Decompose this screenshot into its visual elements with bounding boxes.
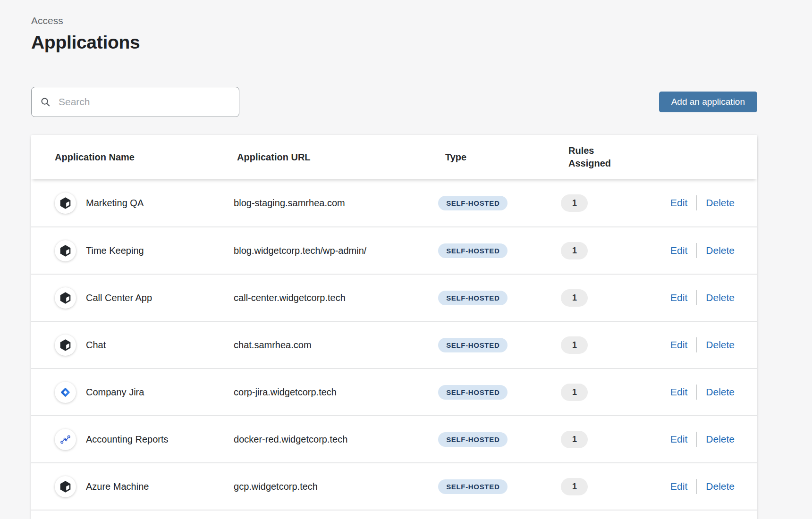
- search-box[interactable]: [31, 87, 239, 117]
- column-header-application-name: Application Name: [31, 152, 237, 163]
- table-row: Accounting Reports docker-red.widgetcorp…: [31, 415, 757, 462]
- cube-icon: [55, 240, 76, 261]
- column-header-type: Type: [445, 152, 568, 163]
- application-url: chat.samrhea.com: [234, 340, 312, 350]
- application-name: Azure Machine: [86, 481, 149, 492]
- column-header-rules-assigned: Rules Assigned: [568, 144, 630, 170]
- application-name: Company Jira: [86, 387, 144, 398]
- type-badge: SELF-HOSTED: [438, 196, 507, 210]
- type-badge: SELF-HOSTED: [438, 291, 507, 305]
- application-url: blog.widgetcorp.tech/wp-admin/: [234, 245, 366, 256]
- application-url: docker-red.widgetcorp.tech: [234, 434, 347, 444]
- type-badge: SELF-HOSTED: [438, 432, 507, 447]
- type-badge: SELF-HOSTED: [438, 479, 507, 494]
- rules-assigned-count: 1: [561, 478, 588, 495]
- type-badge: SELF-HOSTED: [438, 243, 507, 258]
- line-chart-icon: [55, 429, 76, 450]
- cube-icon: [55, 287, 76, 309]
- delete-link[interactable]: Delete: [706, 292, 735, 303]
- rules-assigned-count: 1: [561, 431, 588, 448]
- table-row: Marketing QA blog-staging.samrhea.com SE…: [31, 179, 757, 226]
- table-header-row: Application Name Application URL Type Ru…: [31, 135, 757, 179]
- type-badge: SELF-HOSTED: [438, 385, 507, 400]
- delete-link[interactable]: Delete: [706, 386, 735, 398]
- action-divider: [696, 290, 697, 305]
- action-divider: [696, 385, 697, 400]
- application-name: Accounting Reports: [86, 434, 169, 445]
- application-name: Chat: [86, 340, 106, 351]
- cube-icon: [55, 193, 76, 214]
- delete-link[interactable]: Delete: [706, 197, 735, 209]
- application-name: Call Center App: [86, 293, 152, 303]
- action-divider: [696, 195, 697, 210]
- page-title: Applications: [31, 32, 757, 53]
- edit-link[interactable]: Edit: [670, 339, 687, 351]
- delete-link[interactable]: Delete: [706, 481, 735, 492]
- toolbar: Add an application: [31, 87, 757, 117]
- action-divider: [696, 432, 697, 447]
- table-row: Azure Machine gcp.widgetcorp.tech SELF-H…: [31, 462, 757, 510]
- edit-link[interactable]: Edit: [670, 434, 687, 445]
- edit-link[interactable]: Edit: [670, 197, 687, 209]
- search-icon: [40, 97, 51, 108]
- applications-table: Application Name Application URL Type Ru…: [31, 135, 757, 519]
- breadcrumb[interactable]: Access: [31, 0, 757, 26]
- rules-assigned-count: 1: [561, 336, 588, 354]
- table-row: Company Jira corp-jira.widgetcorp.tech S…: [31, 368, 757, 415]
- rules-assigned-count: 1: [561, 242, 588, 260]
- action-divider: [696, 243, 697, 258]
- edit-link[interactable]: Edit: [670, 481, 687, 492]
- table-row: Chat chat.samrhea.com SELF-HOSTED 1 Edit…: [31, 321, 757, 368]
- partial-next-row: [31, 510, 757, 519]
- rules-assigned-count: 1: [561, 384, 588, 401]
- table-row: Time Keeping blog.widgetcorp.tech/wp-adm…: [31, 226, 757, 274]
- page-container: Access Applications Add an application A…: [31, 0, 757, 519]
- application-url: call-center.widgetcorp.tech: [234, 293, 346, 303]
- cube-icon: [55, 335, 76, 356]
- rules-assigned-count: 1: [561, 194, 588, 212]
- edit-link[interactable]: Edit: [670, 386, 687, 398]
- cube-icon: [55, 476, 76, 497]
- edit-link[interactable]: Edit: [670, 245, 687, 256]
- rules-assigned-count: 1: [561, 289, 588, 307]
- jira-icon: [55, 382, 76, 403]
- delete-link[interactable]: Delete: [706, 245, 735, 256]
- action-divider: [696, 337, 697, 352]
- add-application-button[interactable]: Add an application: [659, 92, 757, 112]
- application-name: Marketing QA: [86, 198, 144, 209]
- delete-link[interactable]: Delete: [706, 339, 735, 351]
- column-header-application-url: Application URL: [237, 152, 445, 163]
- edit-link[interactable]: Edit: [670, 292, 687, 303]
- search-input[interactable]: [59, 96, 230, 108]
- action-divider: [696, 479, 697, 494]
- delete-link[interactable]: Delete: [706, 434, 735, 445]
- application-name: Time Keeping: [86, 245, 144, 256]
- application-url: blog-staging.samrhea.com: [234, 198, 345, 208]
- application-url: corp-jira.widgetcorp.tech: [234, 387, 337, 397]
- type-badge: SELF-HOSTED: [438, 338, 507, 352]
- table-row: Call Center App call-center.widgetcorp.t…: [31, 274, 757, 321]
- application-url: gcp.widgetcorp.tech: [234, 481, 318, 492]
